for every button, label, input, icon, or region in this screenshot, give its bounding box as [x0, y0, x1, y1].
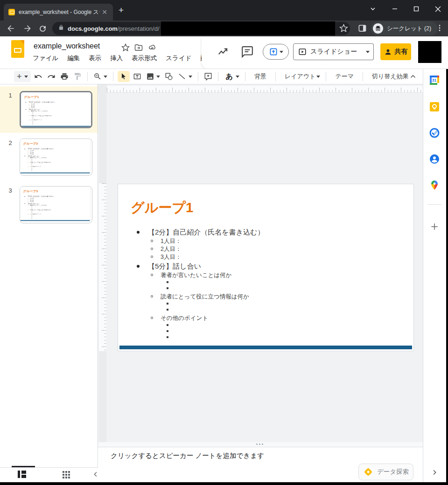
bullet-item-level-3 [118, 307, 410, 313]
comment-history-icon[interactable] [241, 46, 253, 60]
transition-button[interactable]: 切り替え効果 [367, 71, 413, 82]
slide-thumbnail-row[interactable]: 1グループ1【2分】自己紹介（氏名を書き込む）1人目：2人目：3人目：【5分】話… [0, 86, 98, 133]
window-menu-chevron-icon[interactable] [367, 3, 379, 15]
share-button[interactable]: 共有 [380, 43, 411, 60]
bookmark-star-icon[interactable] [339, 24, 348, 35]
menu-item[interactable]: 挿入 [110, 54, 123, 62]
collapse-filmstrip-chevron-icon[interactable] [91, 470, 100, 480]
back-icon[interactable] [6, 23, 16, 34]
account-avatar[interactable] [418, 41, 441, 63]
notes-resize-handle[interactable] [256, 443, 263, 445]
thumbnail-slide-title: グループ3 [23, 190, 38, 193]
bullet-item-level-2: その他のポイント [118, 314, 410, 322]
menu-item[interactable]: ファイル [33, 54, 58, 62]
insert-line-button[interactable] [176, 71, 194, 82]
move-folder-icon[interactable] [134, 43, 143, 52]
text-format-button[interactable]: あ [223, 71, 241, 82]
menu-item[interactable]: 表示形式 [132, 54, 157, 62]
maps-icon[interactable] [429, 180, 440, 191]
redo-button[interactable] [46, 71, 57, 82]
background-button[interactable]: 背景 [250, 71, 271, 82]
slideshow-dropdown-button[interactable] [362, 43, 374, 60]
slide-title[interactable]: グループ1 [131, 200, 193, 215]
zoom-button[interactable] [92, 71, 109, 82]
bullet-item-level-2: 3人目： [118, 253, 410, 261]
window-close-button[interactable] [432, 3, 444, 15]
select-tool-button[interactable] [118, 71, 130, 82]
slide-thumbnail-row[interactable]: 2グループ2【2分】自己紹介（氏名を書き込む）1人目：2人目：3人目：【5分】話… [0, 134, 98, 180]
bullet-item-level-1: 【2分】自己紹介（氏名を書き込む） [118, 227, 410, 237]
insert-image-button[interactable] [145, 71, 161, 82]
menu-item[interactable]: 表示 [89, 54, 101, 62]
menu-item[interactable]: 編集 [67, 54, 80, 62]
cloud-saved-icon[interactable] [147, 43, 156, 52]
slide-bullets[interactable]: 【2分】自己紹介（氏名を書き込む）1人目：2人目：3人目：【5分】話し合い著者が… [118, 227, 410, 340]
calendar-icon[interactable]: 31 [429, 75, 440, 86]
reload-icon[interactable] [37, 23, 48, 34]
bullet-item-level-3 [118, 322, 410, 328]
slideshow-button[interactable]: スライドショー [293, 43, 362, 60]
text-box-button[interactable] [132, 71, 143, 82]
forward-icon[interactable] [22, 23, 33, 34]
window-maximize-button[interactable] [410, 3, 422, 15]
explore-icon [363, 467, 373, 477]
bullet-item-level-1: 【5分】話し合い [118, 261, 410, 271]
star-document-icon[interactable] [121, 43, 130, 52]
speaker-notes-placeholder[interactable]: クリックするとスピーカー ノートを追加できます [111, 451, 264, 460]
bullet-item-level-2: 1人目： [118, 237, 410, 245]
svg-text:31: 31 [432, 78, 437, 83]
slide-number: 2 [7, 139, 14, 146]
explore-button[interactable]: データ探索 [358, 464, 413, 480]
paint-format-button[interactable] [72, 71, 83, 82]
undo-button[interactable] [33, 71, 44, 82]
filmstrip: 1グループ1【2分】自己紹介（氏名を書き込む）1人目：2人目：3人目：【5分】話… [0, 84, 98, 467]
vertical-ruler-top [99, 93, 106, 183]
active-view-indicator [12, 466, 35, 467]
menu-item[interactable]: スライド [166, 54, 191, 62]
activity-history-icon[interactable] [217, 46, 229, 60]
insert-comment-button[interactable] [203, 71, 214, 82]
share-label: 共有 [395, 48, 408, 56]
document-title[interactable]: example_worksheet [34, 42, 100, 50]
print-button[interactable] [59, 71, 70, 82]
toolbar: + [0, 69, 423, 84]
new-tab-button[interactable]: + [119, 6, 124, 15]
tasks-icon[interactable] [429, 127, 440, 139]
present-button[interactable] [263, 44, 289, 60]
slide-thumbnail-row[interactable]: 3グループ3【2分】自己紹介（氏名を書き込む）1人目：2人目：3人目：【5分】話… [0, 181, 98, 228]
window-minimize-button[interactable] [389, 3, 401, 15]
slide-number: 3 [7, 187, 14, 194]
collapse-menus-chevron-icon[interactable] [409, 72, 417, 83]
bullet-item-level-3 [20, 170, 89, 172]
keep-icon[interactable] [429, 101, 440, 112]
main-slide[interactable]: グループ1 【2分】自己紹介（氏名を書き込む）1人目：2人目：3人目：【5分】話… [118, 184, 413, 351]
grid-view-icon[interactable] [63, 471, 70, 478]
slide-thumbnail[interactable]: グループ3【2分】自己紹介（氏名を書き込む）1人目：2人目：3人目：【5分】話し… [20, 186, 92, 223]
browser-menu-kebab-icon[interactable] [435, 23, 444, 35]
bullet-item-level-3 [20, 165, 89, 166]
tab-close-icon[interactable]: ✕ [100, 8, 109, 16]
incognito-label: シークレット (2) [387, 25, 431, 33]
bullet-item-level-2: 読者にとって役に立つ情報は何か [118, 293, 410, 301]
layout-button[interactable]: レイアウト [280, 71, 322, 82]
bullet-item-level-3 [21, 113, 90, 115]
vertical-ruler-bottom [99, 351, 106, 442]
new-slide-button[interactable]: + [14, 71, 31, 82]
browser-tab[interactable]: example_worksheet - Google スラ ✕ [4, 4, 113, 21]
present-dropdown-caret[interactable] [280, 51, 283, 53]
insert-shape-button[interactable] [163, 71, 175, 82]
slide-thumbnail[interactable]: グループ2【2分】自己紹介（氏名を書き込む）1人目：2人目：3人目：【5分】話し… [20, 139, 92, 176]
slide-thumbnail[interactable]: グループ1【2分】自己紹介（氏名を書き込む）1人目：2人目：3人目：【5分】話し… [20, 91, 92, 128]
bullet-item-level-3 [20, 208, 89, 209]
filmstrip-view-icon[interactable] [18, 471, 26, 478]
notes-resize-strip[interactable] [98, 442, 446, 447]
theme-button[interactable]: テーマ [330, 71, 358, 82]
contacts-icon[interactable] [429, 153, 440, 165]
collapse-side-panel-chevron-icon[interactable] [430, 468, 439, 478]
get-addons-plus-icon[interactable] [430, 222, 439, 233]
bullet-item-level-3 [118, 285, 410, 291]
incognito-chip[interactable]: シークレット (2) [371, 21, 438, 35]
side-panel-toggle-icon[interactable] [358, 24, 367, 35]
bullet-item-level-3 [20, 160, 89, 161]
slides-logo[interactable] [11, 40, 24, 58]
